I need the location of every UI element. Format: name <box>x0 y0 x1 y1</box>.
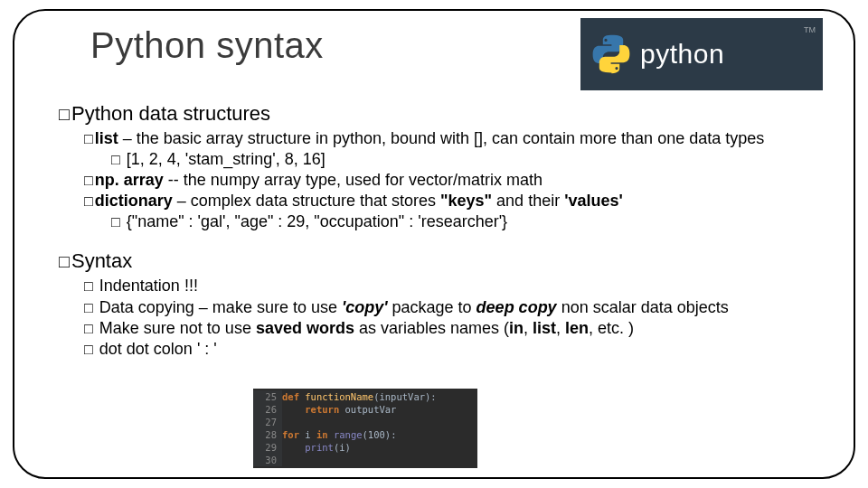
python-logo-icon <box>591 34 631 74</box>
slide-body: □Python data structures □list – the basi… <box>59 98 832 360</box>
bullet-square-icon: □ <box>84 319 93 338</box>
python-logo: python TM <box>580 18 823 90</box>
tm-mark: TM <box>804 25 816 34</box>
item-dot-colon: □ dot dot colon ' : ' <box>84 339 832 360</box>
bullet-square-icon: □ <box>84 171 93 190</box>
python-logo-text: python <box>640 39 724 70</box>
slide-title: Python syntax <box>90 25 324 66</box>
section-heading-data-structures: □Python data structures <box>59 101 832 127</box>
item-saved-words: □ Make sure not to use saved words as va… <box>84 318 832 339</box>
item-indentation: □ Indentation !!! <box>84 276 832 296</box>
item-dictionary: □dictionary – complex data structure tha… <box>84 191 832 211</box>
item-list: □list – the basic array structure in pyt… <box>84 128 832 149</box>
bullet-square-icon: □ <box>84 129 93 148</box>
item-dictionary-example: □ {"name" : 'gal', "age" : 29, "occupati… <box>111 211 832 232</box>
bullet-square-icon: □ <box>84 277 93 296</box>
bullet-square-icon: □ <box>111 150 120 169</box>
slide: Python syntax python TM □Python data str… <box>0 0 868 488</box>
item-list-example: □ [1, 2, 4, 'stam_string', 8, 16] <box>111 149 832 170</box>
bullet-square-icon: □ <box>59 103 70 126</box>
section-heading-syntax: □Syntax <box>59 249 832 274</box>
item-data-copying: □ Data copying – make sure to use 'copy'… <box>84 297 832 318</box>
code-snippet: 25def functionName(inputVar): 26 return … <box>253 389 477 468</box>
bullet-square-icon: □ <box>84 298 93 317</box>
item-nparray: □np. array -- the numpy array type, used… <box>84 170 832 191</box>
bullet-square-icon: □ <box>84 192 93 211</box>
bullet-square-icon: □ <box>111 212 120 231</box>
bullet-square-icon: □ <box>84 340 93 359</box>
bullet-square-icon: □ <box>59 250 70 273</box>
